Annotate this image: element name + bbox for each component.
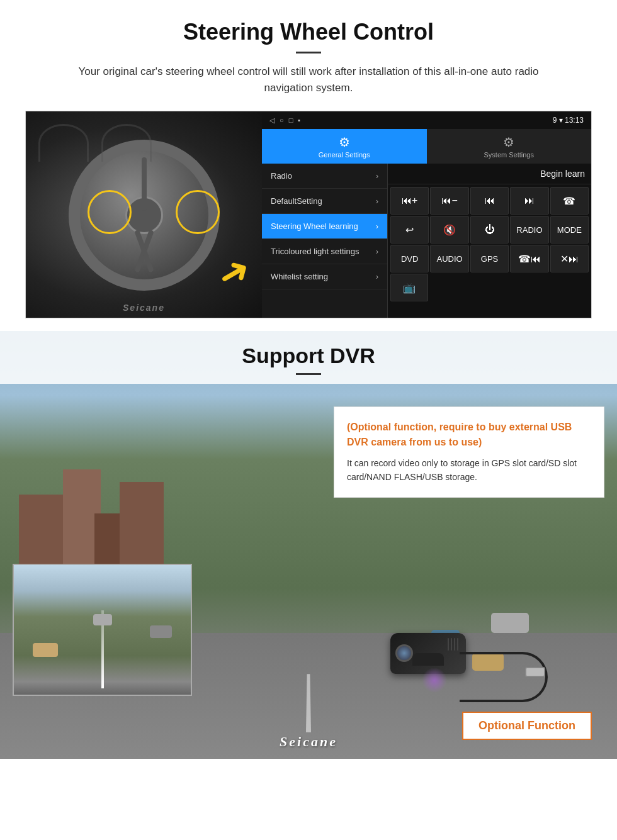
control-grid: ⏮+ ⏮− ⏮ ⏭ ☎ — [388, 184, 591, 318]
menu-whitelist-label: Whitelist setting — [271, 272, 328, 281]
vent-line-3 — [454, 638, 455, 651]
left-menu: Radio › DefaultSetting › Steering Wheel … — [262, 164, 388, 318]
menu-item-whitelist[interactable]: Whitelist setting › — [262, 264, 387, 289]
dvr-thumbnail — [13, 564, 192, 696]
ctrl-row-3: DVD AUDIO GPS ☎⏮ — [390, 245, 589, 272]
btn-gps[interactable]: GPS — [470, 245, 509, 272]
thumb-car-1 — [33, 643, 58, 657]
vol-down-icon: ⏮− — [441, 195, 457, 206]
home-icon: ○ — [280, 116, 284, 124]
radio-label: RADIO — [516, 225, 542, 235]
thumb-car-2 — [150, 625, 172, 638]
vent-line-1 — [448, 638, 449, 651]
menu-item-default[interactable]: DefaultSetting › — [262, 189, 387, 214]
gps-label: GPS — [481, 254, 498, 264]
tab-system-settings[interactable]: ⚙ System Settings — [427, 129, 592, 164]
recent-icon: □ — [289, 116, 293, 124]
thumb-car-3 — [93, 614, 112, 625]
steering-section: Steering Wheel Control Your original car… — [0, 0, 617, 331]
menu-item-steering[interactable]: Steering Wheel learning › — [262, 214, 387, 239]
prev-icon: ⏮ — [485, 195, 495, 206]
menu-item-tricolour[interactable]: Tricoloured light settings › — [262, 239, 387, 264]
tab-general-label: General Settings — [319, 151, 370, 159]
media-icon: 📺 — [403, 282, 416, 294]
ctrl-row-1: ⏮+ ⏮− ⏮ ⏭ ☎ — [390, 187, 589, 215]
statusbar-icons: ◁ ○ □ ▪ — [269, 116, 300, 125]
next-icon: ⏭ — [524, 195, 535, 206]
btn-radio[interactable]: RADIO — [510, 216, 548, 244]
steering-wheel-bg: ➜ Seicane — [26, 111, 262, 318]
chevron-icon-default: › — [376, 197, 378, 206]
menu-tricolour-label: Tricoloured light settings — [271, 247, 359, 256]
optional-function-badge: Optional Function — [462, 712, 592, 740]
mute-icon: 🔇 — [443, 224, 456, 236]
section-subtitle: Your original car's steering wheel contr… — [57, 64, 560, 96]
gear-icon: ⚙ — [339, 135, 350, 150]
menu-list: Radio › DefaultSetting › Steering Wheel … — [262, 164, 591, 318]
android-statusbar: ◁ ○ □ ▪ 9 ▾ 13:13 — [262, 111, 591, 129]
system-gear-icon: ⚙ — [503, 135, 514, 150]
vent-line-4 — [457, 638, 458, 651]
camera-vent — [448, 638, 458, 651]
btn-back[interactable]: ↩ — [390, 216, 429, 244]
dvr-description: It can record video only to storage in G… — [347, 456, 591, 484]
vol-up-icon: ⏮+ — [402, 195, 417, 206]
left-highlight — [88, 190, 132, 234]
settings-tabs: ⚙ General Settings ⚙ System Settings — [262, 129, 591, 164]
menu-default-label: DefaultSetting — [271, 196, 322, 206]
android-panel: ◁ ○ □ ▪ 9 ▾ 13:13 ⚙ General Settings ⚙ — [262, 111, 591, 318]
btn-mute[interactable]: 🔇 — [430, 216, 468, 244]
btn-phone[interactable]: ☎ — [550, 187, 589, 215]
page-title: Steering Wheel Control — [25, 19, 592, 45]
tab-system-label: System Settings — [484, 151, 534, 159]
power-icon: ⏻ — [485, 224, 495, 235]
ctrl-row-4: 📺 — [390, 274, 589, 301]
back-call-icon: ↩ — [405, 224, 414, 236]
dvr-camera-device — [340, 595, 604, 721]
dvr-title-area: Support DVR — [0, 331, 617, 384]
btn-audio[interactable]: AUDIO — [430, 245, 468, 272]
chevron-icon-steering: › — [376, 222, 378, 231]
chevron-icon-tricolour: › — [376, 247, 378, 256]
chevron-icon-radio: › — [376, 172, 378, 181]
dvr-info-card: (Optional function, require to buy exter… — [334, 406, 604, 498]
btn-phone-prev[interactable]: ☎⏮ — [510, 245, 548, 272]
mode-label: MODE — [557, 225, 582, 235]
btn-mode[interactable]: MODE — [550, 216, 589, 244]
phone-next-icon: ✕⏭ — [560, 253, 579, 265]
camera-top — [412, 653, 444, 666]
btn-media-icon[interactable]: 📺 — [390, 274, 428, 301]
camera-lens — [395, 644, 413, 662]
steering-wheel-area: ➜ Seicane — [26, 111, 262, 318]
tab-general-settings[interactable]: ⚙ General Settings — [262, 129, 427, 164]
begin-learn-row: Begin learn — [388, 164, 591, 184]
begin-learn-button[interactable]: Begin learn — [540, 169, 585, 179]
usb-plug — [525, 667, 545, 677]
menu-radio-label: Radio — [271, 171, 292, 181]
btn-phone-next[interactable]: ✕⏭ — [550, 245, 589, 272]
dvd-label: DVD — [401, 254, 418, 264]
btn-dvd[interactable]: DVD — [390, 245, 429, 272]
seicane-brand: Seicane — [280, 734, 337, 750]
camera-led — [422, 668, 447, 693]
phone-icon: ☎ — [563, 195, 575, 207]
btn-next[interactable]: ⏭ — [510, 187, 548, 215]
btn-vol-up[interactable]: ⏮+ — [390, 187, 429, 215]
audio-label: AUDIO — [437, 254, 463, 264]
dvr-section: Support DVR (Optional function, require … — [0, 331, 617, 759]
btn-prev[interactable]: ⏮ — [470, 187, 509, 215]
statusbar-time: 9 ▾ 13:13 — [553, 116, 584, 125]
menu-item-radio[interactable]: Radio › — [262, 164, 387, 189]
back-icon: ◁ — [269, 116, 275, 125]
chevron-icon-whitelist: › — [376, 272, 378, 281]
title-divider — [296, 52, 321, 53]
demo-area: ➜ Seicane ◁ ○ □ ▪ 9 ▾ 13:13 — [25, 111, 592, 318]
btn-power[interactable]: ⏻ — [470, 216, 509, 244]
watermark: Seicane — [123, 303, 165, 313]
btn-vol-down[interactable]: ⏮− — [430, 187, 468, 215]
time-display: 13:13 — [565, 116, 584, 125]
camera-cable — [460, 652, 548, 702]
menu-steering-label: Steering Wheel learning — [271, 221, 358, 231]
dvr-background: Support DVR (Optional function, require … — [0, 331, 617, 759]
phone-prev-icon: ☎⏮ — [518, 253, 541, 265]
